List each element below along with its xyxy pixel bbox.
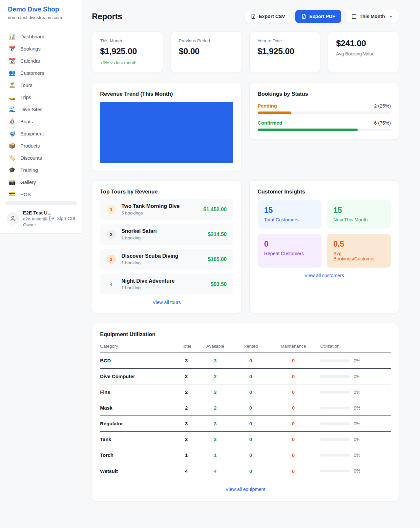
stat-label: Avg Booking Value bbox=[336, 51, 391, 56]
sidebar-item-discounts[interactable]: 🏷️ Discounts bbox=[4, 152, 78, 164]
user-panel: E2E Test U... e2e-tester@... Owner Sign … bbox=[0, 205, 82, 233]
utilization-percent: 0% bbox=[354, 390, 360, 395]
cell-maintenance: 0 bbox=[272, 358, 315, 363]
sign-out-button[interactable]: Sign Out bbox=[49, 215, 75, 221]
sidebar-item-trips[interactable]: 🚤 Trips bbox=[4, 91, 78, 103]
cell-total: 2 bbox=[172, 405, 201, 411]
cell-maintenance: 0 bbox=[272, 389, 315, 395]
sidebar-item-gallery[interactable]: 📸 Gallery bbox=[4, 176, 78, 188]
cell-category: Tank bbox=[100, 437, 172, 442]
avatar bbox=[7, 212, 19, 225]
revenue-trend-title: Revenue Trend (This Month) bbox=[100, 91, 233, 97]
sign-out-label: Sign Out bbox=[57, 216, 75, 221]
cell-utilization: 0% bbox=[315, 468, 391, 474]
tour-amount: $1,452.00 bbox=[203, 207, 227, 213]
utilization-track bbox=[320, 422, 350, 425]
cell-total: 3 bbox=[172, 358, 201, 363]
sidebar-item-label: Bookings bbox=[20, 46, 41, 51]
wave-icon: 🌊 bbox=[9, 107, 16, 112]
stat-label: Previous Period bbox=[179, 38, 234, 43]
cell-rented: 0 bbox=[229, 421, 272, 426]
tear-off-calendar-icon: 📆 bbox=[9, 58, 16, 64]
nav-item-partially-scrolled bbox=[5, 201, 77, 205]
cell-category: Fins bbox=[100, 389, 172, 395]
stat-card-this-month: This Month $1,925.00 +0% vs last month bbox=[92, 31, 163, 73]
sidebar-item-products[interactable]: 📦 Products bbox=[4, 140, 78, 152]
cell-maintenance: 0 bbox=[272, 421, 315, 426]
export-pdf-button[interactable]: Export PDF bbox=[295, 10, 341, 23]
cell-available: 1 bbox=[201, 452, 229, 458]
column-header-maintenance: Maintenance bbox=[272, 344, 315, 349]
cell-category: BCD bbox=[100, 358, 172, 363]
sidebar-item-dive-sites[interactable]: 🌊 Dive Sites bbox=[4, 103, 78, 115]
sidebar-item-boats[interactable]: ⛵ Boats bbox=[4, 115, 78, 128]
file-download-icon bbox=[251, 14, 256, 19]
cell-rented: 0 bbox=[229, 468, 272, 474]
stat-label: This Month bbox=[100, 38, 155, 43]
sidebar-item-label: Trips bbox=[20, 94, 31, 100]
tour-row: 4 Night Dive Adventure 1 booking $93.50 bbox=[100, 274, 233, 294]
cell-maintenance: 0 bbox=[272, 452, 315, 458]
package-icon: 📦 bbox=[9, 143, 16, 149]
rank-badge: 2 bbox=[107, 230, 116, 239]
page-title: Reports bbox=[92, 12, 122, 21]
sidebar-item-tours[interactable]: 🏝️ Tours bbox=[4, 79, 78, 91]
utilization-percent: 0% bbox=[354, 421, 360, 426]
cell-utilization: 0% bbox=[315, 453, 391, 458]
mid-row: Top Tours by Revenue 1 Two Tank Morning … bbox=[92, 180, 399, 313]
export-csv-button[interactable]: Export CSV bbox=[245, 10, 291, 23]
cell-category: Torch bbox=[100, 452, 172, 458]
cell-available: 2 bbox=[201, 405, 229, 411]
bar-chart-icon: 📊 bbox=[9, 34, 16, 39]
cell-available: 4 bbox=[201, 468, 229, 474]
utilization-percent: 0% bbox=[354, 468, 360, 474]
sign-out-icon bbox=[49, 215, 54, 221]
period-dropdown[interactable]: This Month bbox=[346, 10, 399, 23]
cell-total: 3 bbox=[172, 421, 201, 426]
sidebar-item-training[interactable]: 🎓 Training bbox=[4, 164, 78, 176]
tour-name: Night Dive Adventure bbox=[121, 278, 175, 284]
sidebar-item-customers[interactable]: 👥 Customers bbox=[4, 67, 78, 79]
view-all-customers-link[interactable]: View all customers bbox=[258, 273, 391, 278]
bookings-by-status-card: Bookings by Status Pending 2 (25%) Confi… bbox=[249, 83, 399, 139]
cell-utilization: 0% bbox=[315, 405, 391, 411]
stat-card-avg-booking-value: $241.00 Avg Booking Value bbox=[328, 31, 399, 73]
view-all-equipment-link[interactable]: View all equipment bbox=[100, 487, 391, 492]
cell-category: Dive Computer bbox=[100, 374, 172, 379]
tour-bookings: 1 booking bbox=[121, 260, 178, 265]
table-row: Tank 3 3 0 0 0% bbox=[100, 432, 391, 447]
progress-track bbox=[258, 129, 391, 131]
utilization-track bbox=[320, 391, 350, 394]
period-label: This Month bbox=[360, 14, 385, 19]
sidebar-item-pos[interactable]: 💳 POS bbox=[4, 188, 78, 200]
header-actions: Export CSV Export PDF This Month bbox=[245, 10, 399, 23]
tile-value: 0 bbox=[264, 239, 315, 249]
cell-utilization: 0% bbox=[315, 374, 391, 379]
sidebar-item-bookings[interactable]: 📅 Bookings bbox=[4, 43, 78, 55]
status-row-pending: Pending 2 (25%) bbox=[258, 103, 391, 114]
utilization-track bbox=[320, 438, 350, 441]
stat-value: $1,925.00 bbox=[258, 46, 312, 56]
stat-value: $241.00 bbox=[336, 38, 391, 49]
revenue-trend-chart bbox=[100, 102, 233, 163]
stat-card-previous-period: Previous Period $0.00 bbox=[171, 31, 242, 73]
status-count: 6 (75%) bbox=[374, 120, 391, 126]
sidebar-item-label: Calendar bbox=[20, 58, 40, 64]
cell-total: 3 bbox=[172, 437, 201, 442]
sailboat-icon: ⛵ bbox=[9, 119, 16, 124]
sidebar-item-equipment[interactable]: 🤿 Equipment bbox=[4, 128, 78, 140]
utilization-percent: 0% bbox=[354, 358, 360, 363]
sidebar-item-dashboard[interactable]: 📊 Dashboard bbox=[4, 30, 78, 43]
sidebar-item-label: Discounts bbox=[20, 155, 42, 161]
status-count: 2 (25%) bbox=[374, 103, 391, 109]
view-all-tours-link[interactable]: View all tours bbox=[100, 300, 233, 305]
tour-name: Snorkel Safari bbox=[121, 228, 157, 234]
cell-rented: 0 bbox=[229, 405, 272, 411]
utilization-percent: 0% bbox=[354, 405, 360, 411]
calendar-date-icon: 📅 bbox=[9, 46, 16, 51]
table-row: Torch 1 1 0 0 0% bbox=[100, 447, 391, 463]
cell-available: 3 bbox=[201, 437, 229, 442]
sidebar-item-calendar[interactable]: 📆 Calendar bbox=[4, 55, 78, 67]
rank-badge: 3 bbox=[107, 255, 116, 264]
bookings-by-status-title: Bookings by Status bbox=[258, 91, 391, 97]
